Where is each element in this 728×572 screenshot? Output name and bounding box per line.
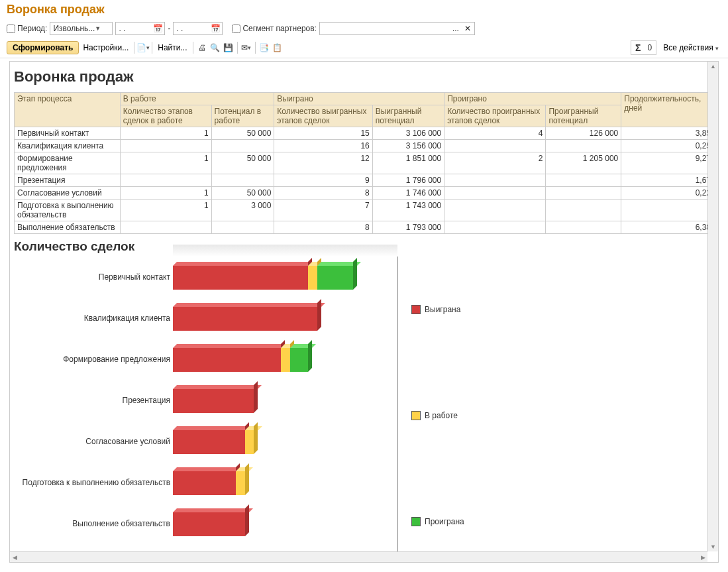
period-check-label[interactable]: Период:	[7, 24, 47, 33]
scroll-up-icon[interactable]: ▲	[709, 62, 718, 71]
all-actions-button[interactable]: Все действия ▾	[660, 42, 721, 54]
cell: 3 000	[211, 200, 274, 221]
date-dash: -	[168, 24, 170, 33]
calendar-icon[interactable]: 📅	[210, 23, 221, 34]
period-select[interactable]: Извольнь... ▼	[50, 22, 113, 35]
cell	[444, 200, 546, 221]
chart-bar	[173, 512, 245, 536]
cell	[444, 140, 546, 152]
cell: 50 000	[211, 187, 274, 200]
cell: 0,25	[621, 140, 714, 152]
scrollbar-vertical[interactable]: ▲ ▼	[707, 62, 718, 551]
col-pot-inwork: Потенциал в работе	[211, 105, 274, 127]
cell: 1 743 000	[372, 200, 444, 221]
cell: 9	[274, 174, 372, 187]
calendar-icon[interactable]: 📅	[152, 23, 163, 34]
col-count-lost: Количество проигранных этапов сделок	[444, 105, 546, 127]
sigma-box: Σ 0	[631, 40, 656, 55]
table-row: Презентация91 796 0001,67	[15, 174, 714, 187]
cell	[120, 221, 211, 234]
clear-icon[interactable]: ✕	[462, 23, 473, 34]
settings-dropdown-icon[interactable]: 📄▾	[137, 42, 149, 54]
chart-category-label: Выполнение обязательств	[14, 503, 173, 544]
chart-bar	[173, 348, 281, 372]
generate-button[interactable]: Сформировать	[7, 41, 79, 54]
legend-swatch	[411, 517, 421, 526]
cell	[444, 174, 546, 187]
report-title: Воронка продаж	[14, 68, 714, 86]
export-icon[interactable]: 📑	[258, 42, 270, 54]
cell: 6,38	[621, 221, 714, 234]
chart-bar	[173, 430, 245, 454]
cell: Презентация	[15, 174, 121, 187]
table-row: Подготовка к выполнению обязательств13 0…	[15, 200, 714, 221]
col-duration: Продолжительность, дней	[621, 93, 714, 127]
page-title: Воронка продаж	[0, 0, 728, 19]
col-pot-won: Выигранный потенциал	[372, 105, 444, 127]
cell: 15	[274, 127, 372, 140]
chart-category-label: Презентация	[14, 380, 173, 421]
scroll-down-icon[interactable]: ▼	[709, 542, 718, 551]
cell: 50 000	[211, 127, 274, 140]
date-from-input[interactable]: . . 📅	[115, 22, 165, 35]
all-actions-label: Все действия	[663, 43, 713, 52]
cell: Формирование предложения	[15, 152, 121, 174]
sigma-icon: Σ	[635, 42, 641, 53]
legend-swatch	[411, 305, 421, 314]
table-row: Согласование условий150 00081 746 0000,2…	[15, 187, 714, 200]
legend-swatch	[411, 411, 421, 420]
cell	[211, 221, 274, 234]
print-icon[interactable]: 🖨	[196, 42, 208, 54]
period-select-value: Извольнь...	[53, 24, 95, 33]
cell: 3 156 000	[372, 140, 444, 152]
cell: 1	[120, 152, 211, 174]
chart-bar	[173, 389, 254, 413]
date-to-input[interactable]: . . 📅	[173, 22, 223, 35]
cell: 0,22	[621, 187, 714, 200]
export2-icon[interactable]: 📋	[272, 42, 284, 54]
cell	[120, 174, 211, 187]
cell	[546, 187, 621, 200]
mail-icon[interactable]: ✉▾	[240, 42, 252, 54]
table-row: Формирование предложения150 000121 851 0…	[15, 152, 714, 174]
cell	[444, 187, 546, 200]
segment-input[interactable]: ... ✕	[319, 22, 475, 35]
report-table: Этап процесса В работе Выиграно Проигран…	[14, 92, 714, 234]
save-icon[interactable]: 💾	[223, 42, 234, 54]
segment-checkbox[interactable]	[232, 25, 240, 33]
report-area: Воронка продаж Этап процесса В работе Вы…	[9, 61, 719, 563]
scroll-right-icon[interactable]: ▶	[698, 553, 707, 562]
table-row: Выполнение обязательств81 793 0006,38	[15, 221, 714, 234]
toolbar: Сформировать Настройки... 📄▾ Найти... 🖨 …	[0, 38, 728, 58]
segment-check-label[interactable]: Сегмент партнеров:	[232, 24, 317, 33]
period-checkbox[interactable]	[7, 25, 15, 33]
preview-icon[interactable]: 🔍	[209, 42, 221, 54]
cell: 4	[444, 127, 546, 140]
chart-bar	[245, 430, 254, 454]
cell: 1 796 000	[372, 174, 444, 187]
cell: 8	[274, 187, 372, 200]
cell: Квалификация клиента	[15, 140, 121, 152]
filter-bar: Период: Извольнь... ▼ . . 📅 - . . 📅 Сегм…	[0, 19, 728, 38]
col-count-won: Количество выигранных этапов сделок	[274, 105, 372, 127]
cell: 16	[274, 140, 372, 152]
cell: Первичный контакт	[15, 127, 121, 140]
period-label: Период:	[17, 24, 47, 33]
cell	[546, 174, 621, 187]
settings-button[interactable]: Настройки...	[80, 42, 131, 54]
col-pot-lost: Проигранный потенциал	[546, 105, 621, 127]
scroll-left-icon[interactable]: ◀	[10, 553, 19, 562]
date-from-value: . .	[119, 24, 125, 33]
cell: 1	[120, 127, 211, 140]
ellipsis-icon[interactable]: ...	[450, 23, 461, 34]
cell	[546, 200, 621, 221]
scrollbar-horizontal[interactable]: ◀ ▶	[10, 551, 707, 562]
segment-label: Сегмент партнеров:	[242, 24, 317, 33]
legend-label: Выиграна	[425, 305, 460, 314]
chart-bar	[281, 348, 290, 372]
cell	[621, 200, 714, 221]
cell: 1 851 000	[372, 152, 444, 174]
cell	[211, 174, 274, 187]
find-button[interactable]: Найти...	[155, 42, 189, 54]
cell	[211, 140, 274, 152]
